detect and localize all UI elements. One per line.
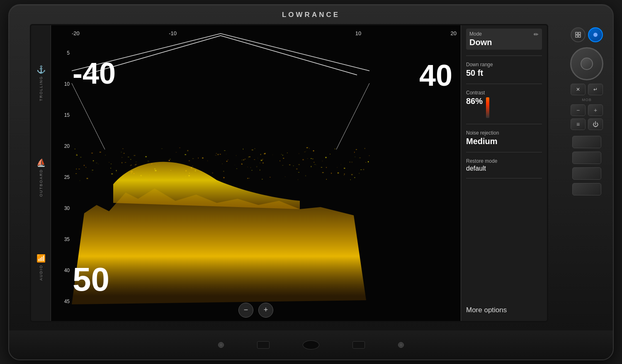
side-button-4[interactable] [572, 183, 601, 195]
brand-label: LOWRANCE [282, 11, 340, 19]
svg-rect-2 [576, 35, 578, 37]
mode-value: Down [469, 38, 492, 47]
divider-1 [466, 55, 542, 56]
depth-10: 10 [55, 81, 70, 87]
depth-top-left: -40 [73, 58, 116, 88]
top-button-group [571, 27, 603, 42]
depth-15: 15 [55, 112, 70, 118]
divider-5 [466, 178, 542, 178]
mode-label: Mode [469, 31, 492, 37]
nav-ring-center[interactable] [581, 58, 593, 70]
depth-5: 5 [55, 50, 70, 56]
contrast-value: 86% [466, 96, 483, 106]
power-button[interactable]: ⏻ [588, 118, 603, 130]
trolling-label: TROLLING [39, 76, 43, 101]
side-button-2[interactable] [572, 152, 601, 164]
depth-35: 35 [55, 236, 70, 242]
trolling-icon: ⚓ [36, 65, 46, 74]
noise-rejection-label: Noise rejection [466, 130, 542, 136]
depth-scale: 5 10 15 20 25 30 35 40 45 [55, 50, 70, 304]
scale-mark-20: 20 [451, 30, 457, 36]
menu-power-row: ≡ ⏻ [571, 118, 603, 130]
svg-rect-3 [578, 35, 581, 37]
plus-button[interactable]: + [588, 104, 603, 116]
cancel-enter-row: ✕ ↵ [571, 84, 603, 95]
noise-rejection-value: Medium [466, 137, 542, 146]
audio-icon: 📶 [36, 254, 46, 263]
side-button-3[interactable] [572, 167, 601, 180]
contrast-item[interactable]: Contrast 86% [466, 87, 542, 121]
right-button-panel: ✕ ↵ MOB − + ≡ ⏻ [564, 24, 610, 322]
mode-selector[interactable]: Mode Down ✏ [466, 29, 542, 50]
more-options-button[interactable]: More options [466, 301, 542, 318]
restore-label: Restore mode [466, 158, 542, 164]
screen-content: ⚓ TROLLING ⛵ OUTBOARD 📶 AUDIO [31, 25, 547, 321]
nav-ring[interactable] [570, 47, 603, 80]
cancel-button[interactable]: ✕ [571, 84, 586, 95]
svg-rect-0 [576, 32, 578, 34]
horizontal-scale: -20 -10 10 20 [72, 30, 457, 36]
right-settings-panel: Mode Down ✏ Down range 50 ft Contrast [461, 25, 547, 321]
divider-2 [466, 84, 542, 84]
outboard-section[interactable]: ⛵ OUTBOARD [36, 158, 46, 197]
minus-button[interactable]: − [571, 104, 586, 116]
divider-3 [466, 124, 542, 124]
zoom-out-button[interactable]: − [238, 303, 253, 318]
depth-30: 30 [55, 205, 70, 211]
screw-right [398, 342, 404, 348]
contrast-label: Contrast [466, 90, 542, 96]
audio-section[interactable]: 📶 AUDIO [36, 254, 46, 281]
audio-label: AUDIO [39, 265, 43, 281]
mob-label: MOB [582, 98, 592, 102]
side-button-1[interactable] [572, 136, 601, 148]
restore-value: default [466, 165, 542, 172]
minus-plus-row: − + [571, 104, 603, 116]
zoom-in-button[interactable]: + [258, 303, 273, 318]
contrast-with-bar: 86% [466, 96, 542, 118]
menu-button[interactable]: ≡ [571, 118, 586, 130]
edit-icon[interactable]: ✏ [534, 31, 539, 38]
scale-mark-10: 10 [355, 30, 361, 36]
depth-top-right: 40 [419, 58, 452, 92]
bottom-port-center [303, 340, 319, 350]
side-buttons-group [572, 136, 601, 195]
screen-bezel: ⚓ TROLLING ⛵ OUTBOARD 📶 AUDIO [30, 24, 548, 322]
scale-mark-neg10: -10 [169, 30, 177, 36]
down-range-value: 50 ft [466, 68, 542, 78]
divider-4 [466, 152, 542, 152]
left-sidebar: ⚓ TROLLING ⛵ OUTBOARD 📶 AUDIO [31, 25, 51, 321]
contrast-bar [486, 97, 489, 118]
depth-bottom-large: 50 [73, 263, 109, 296]
outboard-label: OUTBOARD [39, 169, 43, 197]
sonar-display: -20 -10 10 20 5 10 15 20 25 30 35 40 45 [51, 25, 461, 321]
depth-20: 20 [55, 143, 70, 149]
screw-left [218, 342, 224, 348]
depth-45: 45 [55, 299, 70, 304]
down-range-item[interactable]: Down range 50 ft [466, 58, 542, 81]
bottom-port-right [352, 341, 365, 349]
zoom-controls: − + [238, 303, 273, 318]
device-bottom [9, 330, 613, 359]
bottom-port-left [257, 341, 270, 349]
enter-button[interactable]: ↵ [588, 84, 603, 95]
down-range-label: Down range [466, 62, 542, 67]
outboard-icon: ⛵ [36, 158, 46, 167]
trolling-section[interactable]: ⚓ TROLLING [36, 65, 46, 101]
device: LOWRANCE ⚓ TROLLING ⛵ OUTBOARD 📶 AUD [8, 4, 614, 360]
svg-rect-1 [578, 32, 581, 34]
restore-mode-item[interactable]: Restore mode default [466, 155, 542, 176]
scale-mark-neg20: -20 [72, 30, 80, 36]
active-button[interactable] [588, 27, 603, 42]
depth-40: 40 [55, 268, 70, 273]
noise-rejection-item[interactable]: Noise rejection Medium [466, 127, 542, 149]
pages-button[interactable] [571, 27, 586, 42]
depth-25: 25 [55, 174, 70, 180]
